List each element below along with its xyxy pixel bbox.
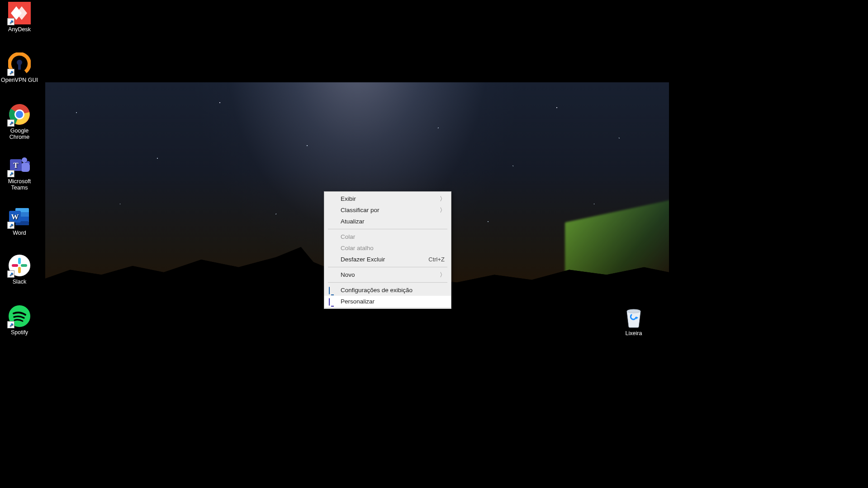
svg-rect-23 — [18, 267, 21, 273]
desktop-icon-label: OpenVPN GUI — [1, 77, 38, 83]
desktop-icon-label: Lixeira — [626, 330, 642, 336]
teams-icon: T ↗ — [8, 154, 31, 176]
monitor-icon — [329, 287, 336, 294]
shortcut-arrow-icon: ↗ — [7, 321, 14, 328]
desktop-icon-slack[interactable]: ↗ Slack — [0, 254, 39, 285]
ctx-label: Novo — [341, 271, 445, 278]
desktop-context-menu: Exibir 〉 Classificar por 〉 Atualizar Col… — [324, 191, 451, 309]
slack-icon: ↗ — [8, 254, 31, 277]
ctx-view[interactable]: Exibir 〉 — [324, 193, 451, 204]
ctx-shortcut: Ctrl+Z — [428, 256, 445, 263]
ctx-new[interactable]: Novo 〉 — [324, 269, 451, 280]
ctx-label: Configurações de exibição — [341, 287, 445, 294]
ctx-label: Exibir — [341, 195, 445, 202]
svg-point-26 — [627, 309, 640, 313]
word-icon: W ↗ — [8, 205, 31, 228]
chevron-right-icon: 〉 — [440, 206, 446, 214]
shortcut-arrow-icon: ↗ — [7, 170, 14, 177]
ctx-undo-delete[interactable]: Desfazer Excluir Ctrl+Z — [324, 254, 451, 265]
svg-rect-5 — [18, 63, 21, 70]
ctx-label: Colar atalho — [341, 245, 445, 251]
recycle-bin-icon — [622, 306, 645, 328]
shortcut-arrow-icon: ↗ — [7, 270, 14, 278]
svg-point-9 — [22, 157, 27, 163]
wallpaper-aurora — [565, 195, 669, 322]
ctx-label: Personalizar — [341, 298, 445, 305]
ctx-refresh[interactable]: Atualizar — [324, 216, 451, 227]
svg-rect-22 — [21, 264, 27, 267]
svg-text:T: T — [13, 161, 19, 170]
desktop-icon-label: AnyDesk — [8, 26, 31, 33]
svg-point-8 — [16, 111, 23, 118]
desktop-icon-label: Google Chrome — [0, 128, 39, 140]
anydesk-icon: ↗ — [8, 2, 31, 24]
ctx-display-settings[interactable]: Configurações de exibição — [324, 284, 451, 296]
chevron-right-icon: 〉 — [440, 271, 446, 279]
svg-rect-24 — [12, 264, 18, 267]
ctx-label: Atualizar — [341, 218, 445, 225]
ctx-label: Desfazer Excluir — [341, 256, 428, 263]
personalize-icon — [329, 298, 336, 305]
shortcut-arrow-icon: ↗ — [7, 222, 14, 229]
openvpn-icon: ↗ — [8, 52, 31, 75]
ctx-label: Colar — [341, 233, 445, 240]
desktop-icon-teams[interactable]: T ↗ Microsoft Teams — [0, 154, 39, 191]
shortcut-arrow-icon: ↗ — [7, 119, 14, 127]
svg-rect-21 — [18, 258, 21, 264]
ctx-separator — [328, 267, 447, 267]
svg-text:W: W — [11, 213, 19, 221]
svg-rect-11 — [21, 163, 30, 172]
desktop-icon-word[interactable]: W ↗ Word — [0, 205, 39, 236]
ctx-separator — [328, 282, 447, 283]
chevron-right-icon: 〉 — [440, 195, 446, 203]
shortcut-arrow-icon: ↗ — [7, 69, 14, 76]
desktop-icon-label: Slack — [13, 279, 27, 285]
spotify-icon: ↗ — [8, 305, 31, 327]
ctx-paste-shortcut: Colar atalho — [324, 242, 451, 254]
ctx-label: Classificar por — [341, 207, 445, 213]
ctx-sort-by[interactable]: Classificar por 〉 — [324, 204, 451, 216]
ctx-paste: Colar — [324, 231, 451, 242]
chrome-icon: ↗ — [8, 103, 31, 126]
desktop-icon-label: Spotify — [11, 329, 28, 336]
desktop-icon-anydesk[interactable]: ↗ AnyDesk — [0, 2, 39, 33]
desktop-icon-label: Microsoft Teams — [0, 178, 39, 191]
desktop-icon-openvpn[interactable]: ↗ OpenVPN GUI — [0, 52, 39, 83]
desktop-icon-recycle-bin[interactable]: Lixeira — [614, 306, 653, 336]
desktop-icon-chrome[interactable]: ↗ Google Chrome — [0, 103, 39, 140]
ctx-personalize[interactable]: Personalizar — [324, 296, 451, 307]
desktop-icon-spotify[interactable]: ↗ Spotify — [0, 305, 39, 336]
desktop-icon-label: Word — [13, 230, 26, 236]
shortcut-arrow-icon: ↗ — [7, 18, 14, 25]
ctx-separator — [328, 229, 447, 229]
